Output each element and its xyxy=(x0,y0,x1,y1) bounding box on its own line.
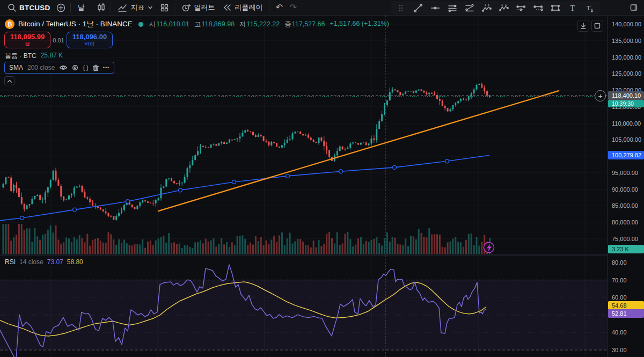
rewind-icon xyxy=(222,3,232,12)
open-label: 시 xyxy=(149,20,156,28)
price-axis-tick: 85,000.00 xyxy=(612,202,638,209)
search-icon xyxy=(7,3,17,12)
sma-legend[interactable]: SMA 200 close { } ••• xyxy=(4,62,114,74)
rsi-axis-tick: 80.00 xyxy=(612,259,627,266)
source-code-icon[interactable]: { } xyxy=(83,65,88,71)
interval-label: 날 xyxy=(77,3,84,12)
rsi-pane[interactable] xyxy=(0,256,607,357)
maximize-icon xyxy=(594,22,601,30)
rsi-value: 73.07 xyxy=(47,258,63,266)
toolbar-separator xyxy=(174,3,174,12)
elliott-wave-tool[interactable]: 15 xyxy=(479,2,495,14)
bar-countdown-label: 10:39:30 xyxy=(608,100,644,107)
close-value: 117,527.66 xyxy=(292,20,325,28)
sell-button[interactable]: 118,095.99 셀 xyxy=(4,32,50,48)
indicators-button[interactable]: 지표 xyxy=(114,1,157,14)
replay-label: 리플레이 xyxy=(235,3,262,12)
parallel-channel-tool[interactable] xyxy=(444,2,460,14)
chart-type-button[interactable] xyxy=(94,1,108,14)
text-tool-tool[interactable]: T xyxy=(565,2,581,14)
redo-button[interactable]: ↷ xyxy=(286,1,300,14)
spread-value: 0.01 xyxy=(50,37,67,43)
toolbar-separator xyxy=(269,3,269,12)
replay-button[interactable]: 리플레이 xyxy=(218,1,266,14)
panel-right-icon xyxy=(630,3,638,12)
undo-icon: ↶ xyxy=(276,3,283,12)
indicators-label: 지표 xyxy=(130,3,144,12)
symbol-label: BTCUSD xyxy=(19,4,50,12)
sell-label: 셀 xyxy=(25,41,30,47)
maximize-pane-button[interactable] xyxy=(591,20,603,32)
drawing-toolbar: 15ACTT xyxy=(391,1,600,14)
rsi-axis-tick: 30.00 xyxy=(612,347,627,353)
bitcoin-logo-icon: ₿ xyxy=(5,19,14,29)
svg-text:C: C xyxy=(505,3,507,6)
more-options-icon[interactable]: ••• xyxy=(103,65,109,70)
add-order-button[interactable]: + xyxy=(595,90,606,101)
pane-divider[interactable] xyxy=(0,254,607,256)
price-axis-tick: 140,000.00 xyxy=(612,21,641,27)
download-icon xyxy=(580,22,587,30)
rsi-legend[interactable]: RSI 14 close 73.07 58.80 xyxy=(5,258,83,266)
svg-text:T: T xyxy=(570,4,575,12)
price-axis-tick: 125,000.00 xyxy=(612,70,641,77)
anchored-text-tool[interactable]: T xyxy=(582,2,598,14)
price-axis[interactable]: 30.0040.0050.0060.0070.0080.0075,000.008… xyxy=(607,16,644,357)
horizontal-line-tool[interactable] xyxy=(427,2,443,14)
chevron-up-icon xyxy=(6,79,13,83)
undo-button[interactable]: ↶ xyxy=(272,1,286,14)
short-position-tool[interactable] xyxy=(530,2,546,14)
rsi-ma-axis-label: 54.68 xyxy=(608,301,644,310)
market-status-dot-icon[interactable] xyxy=(138,22,143,27)
open-value: 116,010.01 xyxy=(156,20,189,28)
layout-grid-icon xyxy=(160,3,169,12)
eye-icon[interactable] xyxy=(59,64,68,71)
interval-button[interactable]: 날 xyxy=(74,1,88,14)
trash-icon[interactable] xyxy=(92,64,99,71)
symbol-search-button[interactable]: BTCUSD xyxy=(3,1,54,14)
fib-channel-tool[interactable] xyxy=(462,2,478,14)
collapse-legend-button[interactable] xyxy=(4,76,14,85)
indicator-icon xyxy=(118,3,128,12)
abc-pattern-tool[interactable]: AC xyxy=(496,2,512,14)
rsi-axis-label: 52.81 xyxy=(608,309,644,318)
long-position-tool[interactable] xyxy=(513,2,529,14)
hide-drawing-panel-button[interactable] xyxy=(627,1,641,14)
low-label: 저 xyxy=(239,20,246,28)
buy-label: 바이 xyxy=(85,41,95,47)
buy-button[interactable]: 118,096.00 바이 xyxy=(67,32,113,48)
price-axis-tick: 90,000.00 xyxy=(612,186,638,193)
sma-name: SMA xyxy=(9,64,23,71)
price-axis-tick: 80,000.00 xyxy=(612,219,638,225)
indicator-templates-button[interactable] xyxy=(157,1,171,14)
symbol-title[interactable]: Bitcoin / TetherUS · 1날 · BINANCE xyxy=(18,19,133,29)
trading-platform: BTCUSD 날 지표 얼러트 리플레이 ↶ ↷ 1 xyxy=(0,0,644,357)
download-chart-button[interactable] xyxy=(577,20,589,32)
redo-icon: ↷ xyxy=(290,3,297,12)
alert-button[interactable]: 얼러트 xyxy=(177,1,218,14)
rsi-ma-value: 58.80 xyxy=(67,258,83,266)
last-price-label: 118,400.10 xyxy=(608,91,644,100)
trade-panel: 118,095.99 셀 0.01 118,096.00 바이 xyxy=(4,32,113,48)
price-axis-tick: 105,000.00 xyxy=(612,136,641,143)
pane-buttons xyxy=(577,20,603,32)
low-value: 115,222.22 xyxy=(247,20,280,28)
high-label: 고 xyxy=(194,20,201,28)
main-price-pane[interactable] xyxy=(0,16,607,254)
svg-text:5: 5 xyxy=(488,3,489,6)
volume-legend[interactable]: 볼륨 · BTC 25.87 K xyxy=(5,52,63,61)
price-axis-tick: 130,000.00 xyxy=(612,54,641,61)
volume-value-label: 3.23 K xyxy=(608,245,644,253)
trend-line-tool[interactable] xyxy=(410,2,426,14)
add-symbol-button[interactable] xyxy=(54,1,68,14)
gear-icon[interactable] xyxy=(71,64,79,71)
rsi-axis-tick: 40.00 xyxy=(612,329,627,336)
svg-text:T: T xyxy=(587,4,591,12)
rsi-name: RSI xyxy=(5,258,16,266)
close-label: 종 xyxy=(284,20,291,28)
drag-grip[interactable] xyxy=(393,2,409,14)
volume-legend-value: 25.87 K xyxy=(41,52,63,61)
rectangle-tool[interactable] xyxy=(547,2,564,14)
candlestick-icon xyxy=(96,3,106,12)
rsi-params: 14 close xyxy=(19,258,43,266)
